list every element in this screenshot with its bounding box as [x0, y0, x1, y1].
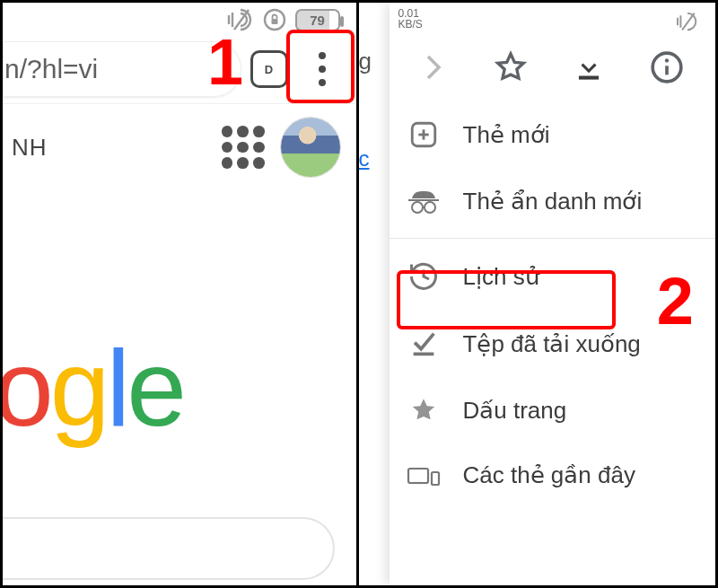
divider [3, 103, 356, 104]
download-icon[interactable] [572, 50, 606, 84]
info-icon[interactable] [649, 49, 685, 85]
menu-item-label: Thẻ mới [463, 121, 550, 149]
battery-indicator: 79 [295, 9, 340, 31]
more-menu-button[interactable] [295, 38, 349, 101]
star-icon[interactable] [493, 49, 529, 85]
svg-point-7 [665, 58, 669, 62]
svg-point-11 [412, 202, 423, 213]
google-logo: ogle [3, 326, 183, 450]
status-bar-right [390, 3, 716, 37]
history-icon [406, 260, 442, 293]
google-tabs-row: NH [3, 101, 356, 177]
svg-rect-14 [408, 469, 428, 483]
status-bar-left: 79 [3, 3, 356, 37]
network-speed-indicator: 0.01 KB/S [398, 8, 423, 30]
new-tab-icon [406, 119, 442, 150]
tabs-count-value: D [265, 63, 273, 76]
menu-item-label: Dấu trang [463, 397, 567, 425]
svg-point-12 [425, 202, 435, 213]
avatar[interactable] [281, 118, 340, 177]
url-field[interactable]: n/?hl=vi [3, 41, 241, 97]
battery-level: 79 [310, 13, 325, 28]
svg-rect-15 [432, 472, 439, 485]
menu-item-label: Lịch sử [463, 263, 539, 291]
menu-item-new-tab[interactable]: Thẻ mới [390, 101, 716, 168]
menu-item-bookmarks[interactable]: Dấu trang [390, 377, 716, 443]
lock-ring-icon [263, 8, 286, 31]
menu-item-label: Thẻ ẩn danh mới [463, 188, 643, 215]
background-sliver-c: c [359, 146, 370, 171]
tabs-count-button[interactable]: D [250, 50, 288, 88]
svg-rect-2 [271, 19, 277, 24]
google-search-box[interactable] [3, 517, 335, 580]
menu-item-incognito[interactable]: Thẻ ẩn danh mới [390, 168, 716, 234]
menu-item-recent-tabs[interactable]: Các thẻ gần đây [390, 443, 716, 507]
panel-step-1: 79 n/?hl=vi D NH ogle 1 [3, 3, 359, 585]
annotation-number-2: 2 [657, 263, 694, 339]
apps-grid-icon[interactable] [222, 126, 265, 169]
kebab-icon [319, 52, 326, 86]
downloads-done-icon [406, 329, 442, 359]
forward-icon[interactable] [417, 51, 450, 83]
bookmarks-star-icon [406, 395, 442, 426]
recent-tabs-icon [406, 462, 442, 489]
menu-item-label: Tệp đã tải xuống [463, 330, 641, 358]
tab-fragment-label[interactable]: NH [12, 134, 48, 162]
menu-action-row [390, 37, 716, 101]
panel-step-2: g c 0.01 KB/S Thẻ mới Thẻ ẩn danh mới [359, 3, 716, 585]
annotation-number-1: 1 [207, 25, 243, 99]
background-sliver-g: g [359, 48, 372, 75]
svg-rect-4 [579, 76, 599, 80]
menu-divider [390, 238, 716, 239]
vibrate-silent-icon [676, 12, 699, 31]
address-bar-row: n/?hl=vi D [3, 37, 356, 101]
menu-item-label: Các thẻ gần đây [463, 461, 635, 489]
url-text: n/?hl=vi [4, 54, 98, 84]
incognito-icon [406, 186, 442, 216]
